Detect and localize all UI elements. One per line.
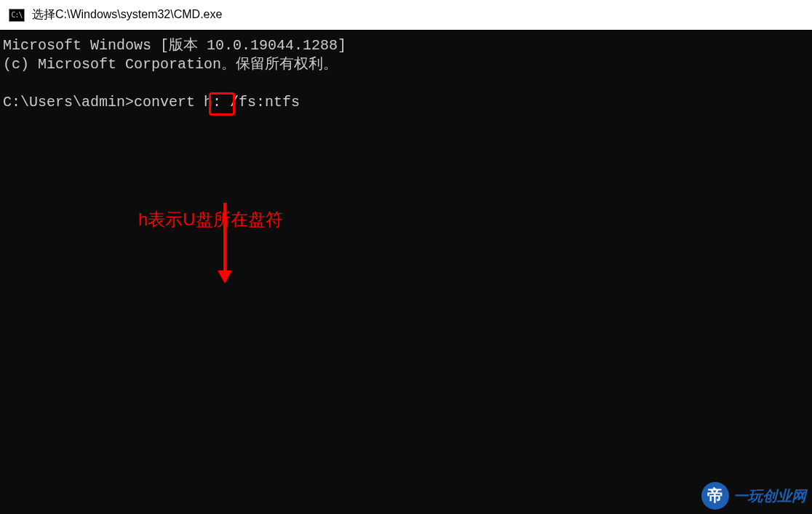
prompt: C:\Users\admin> (3, 94, 134, 111)
terminal-area[interactable]: Microsoft Windows [版本 10.0.19044.1288] (… (0, 31, 812, 514)
window-title-bar[interactable]: C:\ 选择C:\Windows\system32\CMD.exe (0, 0, 812, 31)
annotation-label: h表示U盘所在盘符 (138, 208, 283, 230)
terminal-output-line: (c) Microsoft Corporation。保留所有权利。 (3, 55, 809, 74)
terminal-output-line: Microsoft Windows [版本 10.0.19044.1288] (3, 36, 809, 55)
watermark-icon: 帝 (701, 482, 729, 510)
cmd-icon: C:\ (9, 9, 25, 22)
command-text: convert (134, 94, 204, 111)
terminal-blank-line (3, 74, 809, 93)
command-text: /fs:ntfs (221, 94, 300, 111)
watermark-text: 一玩创业网 (733, 486, 806, 506)
window-title: 选择C:\Windows\system32\CMD.exe (32, 7, 222, 23)
watermark: 帝 一玩创业网 (701, 482, 806, 510)
command-highlighted: h: (204, 94, 221, 111)
terminal-command-line: C:\Users\admin>convert h: /fs:ntfs (3, 93, 809, 112)
